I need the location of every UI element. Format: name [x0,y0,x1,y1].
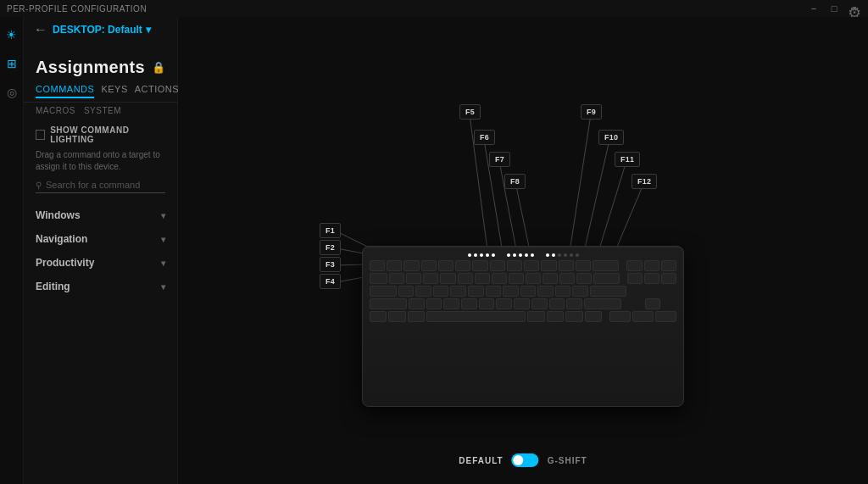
category-productivity[interactable]: Productivity ▾ [24,251,177,275]
fkey-f6-label[interactable]: F6 [474,130,495,145]
key-lwin[interactable] [388,311,405,322]
key-quote[interactable] [572,286,588,297]
search-input[interactable] [46,180,165,190]
key-down[interactable] [632,311,654,322]
key-a[interactable] [398,286,415,297]
mode-toggle-switch[interactable] [512,453,539,467]
key-b[interactable] [479,298,495,309]
key-0[interactable] [541,260,556,271]
maximize-button[interactable]: □ [827,3,841,14]
back-button[interactable]: ← [34,22,47,37]
key-lctrl[interactable] [370,311,387,322]
key-delete[interactable] [627,273,643,284]
key-backslash[interactable] [593,273,620,284]
key-lalt[interactable] [408,311,425,322]
key-rbracket[interactable] [576,273,592,284]
key-u[interactable] [492,273,507,284]
key-home[interactable] [644,260,659,271]
key-2[interactable] [403,260,419,271]
key-6[interactable] [472,260,487,271]
key-9[interactable] [524,260,539,271]
key-j[interactable] [503,286,519,297]
key-x[interactable] [426,298,442,309]
key-slash[interactable] [566,298,582,309]
key-t[interactable] [458,273,473,284]
key-pgdn[interactable] [661,273,676,284]
key-e[interactable] [423,273,438,284]
category-editing[interactable]: Editing ▾ [24,275,177,298]
key-r[interactable] [440,273,455,284]
key-period[interactable] [549,298,565,309]
key-8[interactable] [507,260,522,271]
key-lshift[interactable] [370,298,407,309]
tab-actions[interactable]: ACTIONS [135,84,179,98]
key-3[interactable] [421,260,437,271]
key-end[interactable] [644,273,659,284]
key-rshift[interactable] [584,298,621,309]
key-d[interactable] [433,286,449,297]
fkey-f2-label[interactable]: F2 [320,240,341,255]
key-i[interactable] [509,273,524,284]
key-comma[interactable] [531,298,548,309]
key-m[interactable] [514,298,530,309]
key-right[interactable] [655,311,676,322]
key-o[interactable] [526,273,541,284]
fkey-f9-label[interactable]: F9 [581,104,602,120]
fkey-f5-label[interactable]: F5 [459,104,481,120]
key-l[interactable] [537,286,554,297]
key-z[interactable] [409,298,425,309]
key-1[interactable] [387,260,402,271]
fkey-f7-label[interactable]: F7 [489,152,510,167]
key-ralt[interactable] [527,311,544,322]
key-lbracket[interactable] [559,273,575,284]
key-space[interactable] [426,311,526,322]
key-semi[interactable] [555,286,571,297]
key-k[interactable] [520,286,537,297]
fkey-f12-label[interactable]: F12 [632,174,657,189]
key-y[interactable] [475,273,490,284]
key-f[interactable] [450,286,466,297]
key-menu[interactable] [565,311,582,322]
key-left[interactable] [609,311,631,322]
key-5[interactable] [455,260,470,271]
tab-keys[interactable]: KEYS [101,84,127,98]
key-n[interactable] [496,298,512,309]
key-minus[interactable] [559,260,574,271]
subtab-system[interactable]: SYSTEM [84,106,121,115]
key-c[interactable] [443,298,459,309]
fkey-f10-label[interactable]: F10 [598,130,624,145]
key-rctrl[interactable] [585,311,602,322]
macros-icon[interactable]: ◎ [3,83,21,102]
subtab-macros[interactable]: MACROS [36,106,75,115]
profile-selector[interactable]: DESKTOP: Default ▾ [53,24,151,36]
key-caps[interactable] [370,286,397,297]
assignments-icon[interactable]: ⊞ [3,54,21,73]
fkey-f1-label[interactable]: F1 [320,223,341,238]
minimize-button[interactable]: − [807,3,821,14]
key-enter[interactable] [590,286,626,297]
fkey-f8-label[interactable]: F8 [504,174,526,189]
key-equal[interactable] [576,260,591,271]
key-p[interactable] [542,273,558,284]
key-q[interactable] [389,273,404,284]
key-pgup[interactable] [661,260,676,271]
tab-commands[interactable]: COMMANDS [36,84,94,98]
key-v[interactable] [461,298,477,309]
category-navigation[interactable]: Navigation ▾ [24,227,177,251]
key-fn[interactable] [547,311,564,322]
key-4[interactable] [438,260,453,271]
fkey-f4-label[interactable]: F4 [320,274,341,289]
show-command-lighting-checkbox[interactable] [36,130,45,140]
category-windows[interactable]: Windows ▾ [24,203,177,227]
key-up[interactable] [645,298,661,309]
key-g[interactable] [468,286,484,297]
fkey-f11-label[interactable]: F11 [615,152,640,167]
key-esc[interactable] [370,260,385,271]
key-h[interactable] [486,286,502,297]
key-s[interactable] [415,286,431,297]
fkey-f3-label[interactable]: F3 [320,257,341,272]
key-7[interactable] [490,260,505,271]
lighting-icon[interactable]: ☀ [3,25,21,44]
key-insert[interactable] [626,260,642,271]
key-w[interactable] [406,273,421,284]
